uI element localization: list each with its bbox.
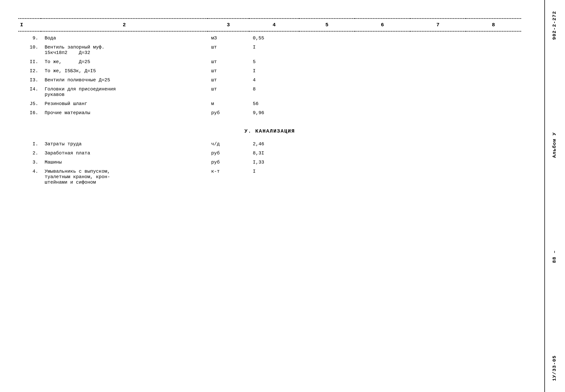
row-val: I,33 <box>249 158 299 167</box>
row-desc: Затраты труда <box>41 140 207 149</box>
row-num: 9. <box>18 34 41 43</box>
header-col3: 3 <box>208 19 249 31</box>
row-val: I <box>249 167 299 187</box>
table-row: II. То же, Д=25 шт 5 <box>18 57 521 66</box>
row-val: 5 <box>249 57 299 66</box>
row-val: 8,3I <box>249 149 299 158</box>
row-desc: Вентиль запорный муф.15кч18п2 Д=32 <box>41 43 207 57</box>
row-desc: Головки для присоединениярукавов <box>41 84 207 99</box>
row-num: I. <box>18 140 41 149</box>
header-col2: 2 <box>41 19 207 31</box>
row-unit: ч/д <box>208 140 249 149</box>
right-margin-texts: 902-2-272 Альбом У 88 – 1У/33-05 <box>545 0 564 392</box>
row-num: 10. <box>18 43 41 57</box>
right-text-side: 88 – <box>552 250 557 263</box>
row-desc: Машины <box>41 158 207 167</box>
row-val: 56 <box>249 99 299 108</box>
table-row: I6. Прочие материалы руб 9,96 <box>18 108 521 117</box>
row-desc: Вентили поливочные Д=25 <box>41 75 207 84</box>
main-table: I 2 3 4 5 6 7 8 9. Вода мЗ 0,55 <box>18 18 521 187</box>
header-col8: 8 <box>466 19 521 31</box>
row-num: I4. <box>18 84 41 99</box>
row-num: I2. <box>18 66 41 75</box>
row-num: II. <box>18 57 41 66</box>
row-desc: Умывальникь с выпуском,туалетным краном,… <box>41 167 207 187</box>
row-desc: То же, I5БЗк, Д=I5 <box>41 66 207 75</box>
page: 902-2-272 Альбом У 88 – 1У/33-05 I 2 3 4… <box>0 0 565 392</box>
row-unit: шт <box>208 66 249 75</box>
table-row: I4. Головки для присоединениярукавов шт … <box>18 84 521 99</box>
row-num: 3. <box>18 158 41 167</box>
row-unit: шт <box>208 84 249 99</box>
row-unit: к-т <box>208 167 249 187</box>
table-row: J5. Резиновый шланг м 56 <box>18 99 521 108</box>
table-header: I 2 3 4 5 6 7 8 <box>18 19 521 31</box>
row-val: 4 <box>249 75 299 84</box>
table-row: I3. Вентили поливочные Д=25 шт 4 <box>18 75 521 84</box>
header-col1: I <box>18 19 41 31</box>
row-desc: Резиновый шланг <box>41 99 207 108</box>
table-row: I. Затраты труда ч/д 2,46 <box>18 140 521 149</box>
table-row: 10. Вентиль запорный муф.15кч18п2 Д=32 ш… <box>18 43 521 57</box>
header-col6: 6 <box>355 19 410 31</box>
row-val: 2,46 <box>249 140 299 149</box>
row-unit: шт <box>208 75 249 84</box>
row-unit: руб <box>208 108 249 117</box>
row-num: I6. <box>18 108 41 117</box>
header-col4: 4 <box>249 19 299 31</box>
table-row: I2. То же, I5БЗк, Д=I5 шт I <box>18 66 521 75</box>
section-title: У. КАНАЛИЗАЦИЯ <box>18 123 521 137</box>
row-val: 0,55 <box>249 34 299 43</box>
header-col7: 7 <box>410 19 466 31</box>
table-row: 9. Вода мЗ 0,55 <box>18 34 521 43</box>
table-row: 2. Заработная плата руб 8,3I <box>18 149 521 158</box>
row-num: 4. <box>18 167 41 187</box>
row-unit: м <box>208 99 249 108</box>
row-desc: Заработная плата <box>41 149 207 158</box>
right-border <box>544 0 545 392</box>
row-unit: шт <box>208 43 249 57</box>
table-row: 4. Умывальникь с выпуском,туалетным кран… <box>18 167 521 187</box>
right-text-middle: Альбом У <box>552 132 557 158</box>
row-unit: руб <box>208 149 249 158</box>
row-val: 8 <box>249 84 299 99</box>
row-unit: руб <box>208 158 249 167</box>
row-num: 2. <box>18 149 41 158</box>
row-desc: То же, Д=25 <box>41 57 207 66</box>
section-header-row: У. КАНАЛИЗАЦИЯ <box>18 117 521 140</box>
table-row: 3. Машины руб I,33 <box>18 158 521 167</box>
header-col5: 5 <box>299 19 355 31</box>
right-text-top: 902-2-272 <box>552 11 557 40</box>
row-unit: мЗ <box>208 34 249 43</box>
row-num: I3. <box>18 75 41 84</box>
row-val: 9,96 <box>249 108 299 117</box>
row-desc: Прочие материалы <box>41 108 207 117</box>
row-unit: шт <box>208 57 249 66</box>
row-num: J5. <box>18 99 41 108</box>
row-desc: Вода <box>41 34 207 43</box>
row-val: I <box>249 66 299 75</box>
row-val: I <box>249 43 299 57</box>
right-text-bottom: 1У/33-05 <box>552 355 557 381</box>
